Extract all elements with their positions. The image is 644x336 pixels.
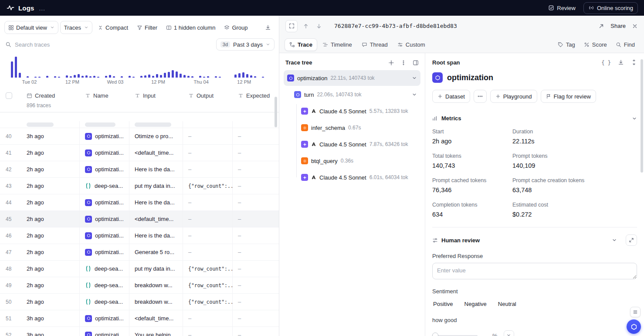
table-row[interactable]: 46 2h ago optimizati... Here is the da..… — [0, 227, 279, 244]
tree-item-optimization[interactable]: optimization 22.11s, 140743 tok — [284, 70, 420, 86]
prev-trace-button[interactable] — [301, 22, 311, 30]
cell-created: 3h ago — [21, 315, 79, 322]
tab-trace[interactable]: Trace — [285, 38, 317, 51]
search-input[interactable] — [15, 41, 213, 48]
table-row[interactable]: 45 2h ago optimizati... <default_time...… — [0, 211, 279, 227]
tree-item-claude-4-5-sonnet[interactable]: Claude 4.5 Sonnet 6.01s, 64034 tok — [284, 170, 420, 185]
sentiment-neutral-button[interactable]: Neutral — [497, 298, 517, 310]
more-menu-button[interactable]: … — [39, 4, 45, 12]
add-to-dataset-button[interactable]: Dataset — [432, 90, 470, 103]
table-row[interactable]: 41 2h ago optimizati... <default_time...… — [0, 145, 279, 161]
table-row[interactable]: 47 2h ago optimizati... Generate 5 ro...… — [0, 244, 279, 261]
metric-value: 2h ago — [432, 138, 512, 145]
expand-review-button[interactable] — [626, 234, 637, 246]
slider-thumb[interactable] — [432, 333, 438, 336]
histogram-bar — [254, 76, 256, 78]
tree-collapse-panel-button[interactable] — [413, 60, 419, 66]
sentiment-positive-button[interactable]: Positive — [432, 298, 454, 310]
hidden-columns-button[interactable]: 1 hidden column — [163, 21, 219, 34]
score-button[interactable]: Score — [580, 41, 611, 48]
axis-tick: 12 PM — [65, 79, 79, 85]
table-row[interactable]: 40 3h ago optimizati... Otimize o pro...… — [0, 128, 279, 145]
expand-panel-button[interactable] — [285, 20, 298, 32]
review-button[interactable]: Review — [545, 3, 579, 13]
traffic-histogram[interactable]: Tue 0212 PMWed 0312 PMThu 0412 PM — [5, 55, 274, 85]
tree-item-btql-query[interactable]: btql_query 0.36s — [284, 153, 420, 169]
online-scoring-button[interactable]: Online scoring — [583, 2, 638, 14]
histogram-bar — [183, 75, 186, 78]
chevron-down-icon — [412, 75, 417, 81]
histogram-bar — [105, 76, 107, 78]
tree-item-claude-4-5-sonnet[interactable]: Claude 4.5 Sonnet 7.87s, 63426 tok — [284, 136, 420, 152]
export-button[interactable] — [261, 21, 275, 34]
logs-toolbar: Default view Traces Compact Filter 1 hid… — [0, 16, 279, 34]
human-review-section-header[interactable]: Human review — [432, 234, 637, 246]
table-row[interactable]: 51 3h ago optimizati... <default_time...… — [0, 310, 279, 327]
tab-custom[interactable]: Custom — [393, 38, 430, 51]
column-header-name[interactable]: Name — [79, 92, 129, 99]
detail-scrollbar[interactable] — [641, 59, 643, 173]
table-row[interactable]: 49 2h ago deep-sea... breakdown w... {"r… — [0, 277, 279, 294]
table-row[interactable]: 44 2h ago optimizati... Here is the da..… — [0, 194, 279, 211]
tree-guide-line — [296, 104, 297, 177]
tree-item-turn[interactable]: turn 22.06s, 140743 tok — [284, 87, 420, 102]
preferred-response-input[interactable] — [432, 263, 637, 279]
select-all-checkbox[interactable] — [6, 92, 12, 99]
group-button[interactable]: Group — [220, 21, 251, 34]
share-button[interactable]: Share — [610, 23, 626, 29]
cell-output: – — [183, 166, 232, 173]
download-span-button[interactable] — [618, 59, 624, 65]
view-json-button[interactable]: { } — [601, 59, 611, 66]
range-badge: 3d — [220, 41, 230, 48]
app-logo-icon — [6, 3, 15, 12]
open-in-new-button[interactable] — [598, 23, 604, 29]
tree-item-claude-4-5-sonnet[interactable]: Claude 4.5 Sonnet 5.57s, 13283 tok — [284, 103, 420, 119]
how-good-slider[interactable] — [432, 332, 478, 336]
tree-more-button[interactable] — [400, 60, 407, 66]
histogram-bar — [242, 72, 244, 78]
table-row[interactable]: 42 2h ago optimizati... Here is the da..… — [0, 161, 279, 178]
tree-settings-button[interactable] — [388, 60, 394, 66]
tab-thread[interactable]: Thread — [357, 38, 392, 51]
next-trace-button[interactable] — [314, 22, 324, 30]
adjust-icon — [388, 60, 394, 66]
root-span-label: Root span — [432, 59, 460, 66]
metric-label: Prompt cache creation tokens — [512, 177, 637, 183]
traces-selector[interactable]: Traces — [60, 21, 92, 34]
tab-timeline[interactable]: Timeline — [318, 38, 356, 51]
span-more-button[interactable] — [474, 90, 487, 103]
column-header-input[interactable]: Input — [129, 92, 183, 99]
table-row[interactable]: 43 2h ago deep-sea... put my data in... … — [0, 178, 279, 194]
close-button[interactable] — [632, 23, 638, 29]
column-header-created[interactable]: Created — [21, 92, 79, 99]
sentiment-negative-button[interactable]: Negative — [464, 298, 488, 310]
table-row[interactable]: 48 2h ago deep-sea... put my data in... … — [0, 261, 279, 277]
search-traces[interactable] — [5, 41, 213, 48]
histogram-bar — [238, 73, 241, 78]
time-range-select[interactable]: 3d Past 3 days — [216, 38, 275, 51]
metrics-section-header[interactable]: Metrics — [432, 115, 637, 122]
tree-item-infer-schema[interactable]: infer_schema 0.67s — [284, 120, 420, 136]
flag-for-review-button[interactable]: Flag for review — [541, 90, 596, 103]
filter-button[interactable]: Filter — [133, 21, 161, 34]
tag-icon — [558, 42, 563, 48]
view-selector[interactable]: Default view — [4, 21, 58, 34]
project-icon — [85, 265, 92, 272]
compact-toggle[interactable]: Compact — [94, 21, 132, 34]
find-button[interactable]: Find — [612, 41, 639, 48]
open-in-playground-button[interactable]: Playground — [490, 90, 537, 103]
unfold-button[interactable] — [631, 59, 637, 65]
clear-score-button[interactable] — [504, 330, 514, 336]
assistant-button[interactable] — [627, 319, 641, 334]
table-row[interactable]: 52 3h ago optimizati... You are helpin..… — [0, 327, 279, 336]
table-row[interactable]: 50 2h ago deep-sea... breakdown w... {"r… — [0, 294, 279, 310]
histogram-bar — [234, 75, 237, 78]
tree-item-label: btql_query — [311, 158, 338, 164]
column-header-expected[interactable]: Expected — [232, 92, 279, 99]
side-panel-handle[interactable] — [630, 307, 641, 317]
table-scrollbar[interactable] — [275, 97, 277, 127]
cell-expected: – — [232, 183, 279, 189]
column-header-output[interactable]: Output — [183, 92, 232, 99]
tag-button[interactable]: Tag — [554, 41, 579, 48]
optimization-icon — [85, 315, 92, 322]
